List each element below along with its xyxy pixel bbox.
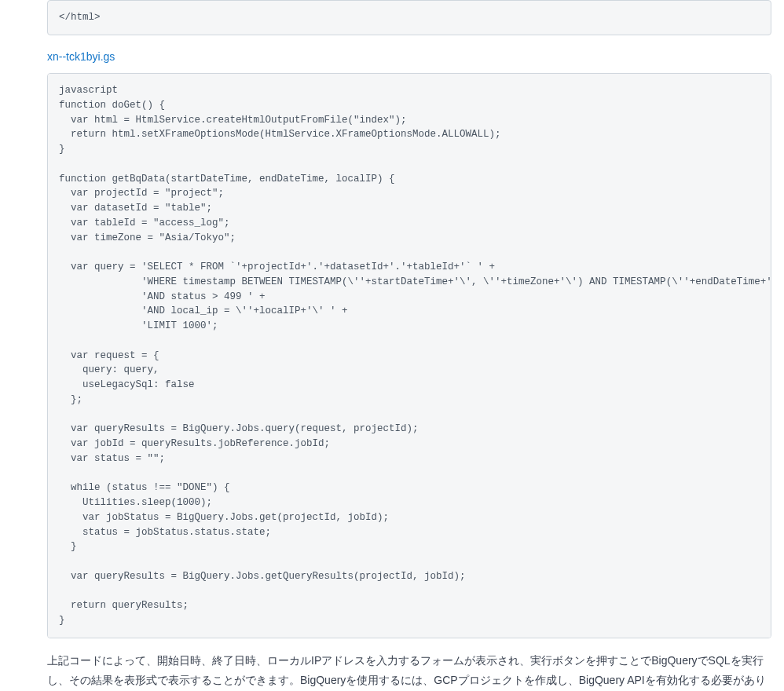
- code-block-gs: javascript function doGet() { var html =…: [47, 73, 771, 638]
- code-content: javascript function doGet() { var html =…: [59, 83, 760, 628]
- description-paragraph: 上記コードによって、開始日時、終了日時、ローカルIPアドレスを入力するフォームが…: [47, 651, 771, 691]
- code-block-html-end: </html>: [47, 0, 771, 35]
- code-content: </html>: [59, 10, 760, 25]
- file-link[interactable]: xn--tck1byi.gs: [47, 48, 771, 65]
